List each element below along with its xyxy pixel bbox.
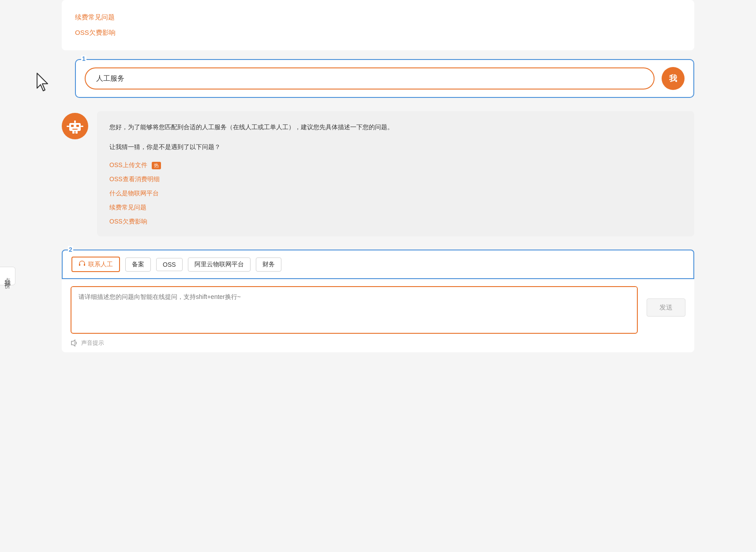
bot-link-item[interactable]: 续费常见问题 bbox=[109, 204, 682, 212]
bot-link-item[interactable]: 什么是物联网平台 bbox=[109, 190, 682, 198]
svg-rect-0 bbox=[69, 123, 81, 131]
step-number-1: 1 bbox=[81, 56, 86, 62]
svg-rect-7 bbox=[72, 131, 75, 134]
main-container: 点我评价 续费常见问题OSS欠费影响 1 我 bbox=[0, 0, 756, 552]
top-card: 续费常见问题OSS欠费影响 bbox=[62, 0, 694, 50]
svg-rect-1 bbox=[71, 125, 74, 127]
svg-rect-4 bbox=[74, 120, 76, 123]
tab-button[interactable]: 阿里云物联网平台 bbox=[188, 257, 251, 272]
bot-avatar bbox=[62, 113, 88, 139]
message-bubble-1: 1 我 bbox=[75, 59, 694, 98]
svg-marker-11 bbox=[71, 340, 75, 346]
tab-button[interactable]: 财务 bbox=[256, 257, 281, 272]
send-button[interactable]: 发送 bbox=[647, 298, 685, 317]
top-link-item[interactable]: OSS欠费影响 bbox=[75, 29, 681, 37]
chat-input-box bbox=[71, 286, 638, 334]
bot-link-text[interactable]: OSS欠费影响 bbox=[109, 218, 147, 226]
bot-link-text[interactable]: 续费常见问题 bbox=[109, 204, 146, 212]
svg-rect-6 bbox=[81, 126, 83, 127]
chat-textarea[interactable] bbox=[71, 287, 637, 331]
toolbar-tabs: 联系人工备案OSS阿里云物联网平台财务 bbox=[71, 257, 685, 272]
bot-link-item[interactable]: OSS欠费影响 bbox=[109, 218, 682, 226]
hot-badge: 热 bbox=[152, 162, 161, 169]
user-avatar: 我 bbox=[662, 67, 685, 90]
service-input[interactable] bbox=[85, 67, 655, 90]
svg-rect-2 bbox=[76, 125, 79, 127]
top-link-item[interactable]: 续费常见问题 bbox=[75, 13, 681, 22]
bot-bubble: 您好，为了能够将您匹配到合适的人工服务（在线人工或工单人工），建议您先具体描述一… bbox=[97, 111, 694, 236]
top-links: 续费常见问题OSS欠费影响 bbox=[75, 9, 681, 41]
step-number-2: 2 bbox=[68, 246, 73, 253]
svg-rect-5 bbox=[67, 126, 69, 127]
bottom-toolbar: 2 联系人工备案OSS阿里云物联网平台财务 bbox=[62, 250, 694, 279]
bot-links: OSS上传文件热OSS查看消费明细什么是物联网平台续费常见问题OSS欠费影响 bbox=[109, 161, 682, 226]
bot-message-area: 您好，为了能够将您匹配到合适的人工服务（在线人工或工单人工），建议您先具体描述一… bbox=[62, 111, 694, 236]
side-eval-button[interactable]: 点我评价 bbox=[0, 267, 15, 285]
headset-icon bbox=[79, 260, 86, 269]
sound-label: 声音提示 bbox=[81, 339, 104, 347]
cursor-icon bbox=[35, 72, 53, 90]
sound-icon bbox=[71, 339, 79, 347]
tab-button[interactable]: 备案 bbox=[125, 257, 151, 272]
message-area-1: 1 我 bbox=[62, 59, 694, 98]
svg-rect-9 bbox=[79, 264, 80, 266]
input-area: 发送 声音提示 bbox=[62, 279, 694, 352]
svg-rect-8 bbox=[75, 131, 78, 134]
bot-link-text[interactable]: 什么是物联网平台 bbox=[109, 190, 159, 198]
bot-link-text[interactable]: OSS查看消费明细 bbox=[109, 175, 160, 183]
contact-human-label: 联系人工 bbox=[88, 261, 113, 269]
bot-link-item[interactable]: OSS查看消费明细 bbox=[109, 175, 682, 183]
sound-hint: 声音提示 bbox=[62, 334, 694, 352]
tab-button[interactable]: OSS bbox=[156, 258, 183, 271]
bot-text-1: 您好，为了能够将您匹配到合适的人工服务（在线人工或工单人工），建议您先具体描述一… bbox=[109, 122, 682, 133]
svg-rect-10 bbox=[84, 264, 85, 266]
contact-human-button[interactable]: 联系人工 bbox=[71, 257, 120, 272]
bot-link-item[interactable]: OSS上传文件热 bbox=[109, 161, 682, 169]
bot-text-2: 让我猜一猜，你是不是遇到了以下问题？ bbox=[109, 142, 682, 153]
svg-rect-3 bbox=[72, 129, 78, 130]
bot-link-text[interactable]: OSS上传文件 bbox=[109, 161, 147, 169]
